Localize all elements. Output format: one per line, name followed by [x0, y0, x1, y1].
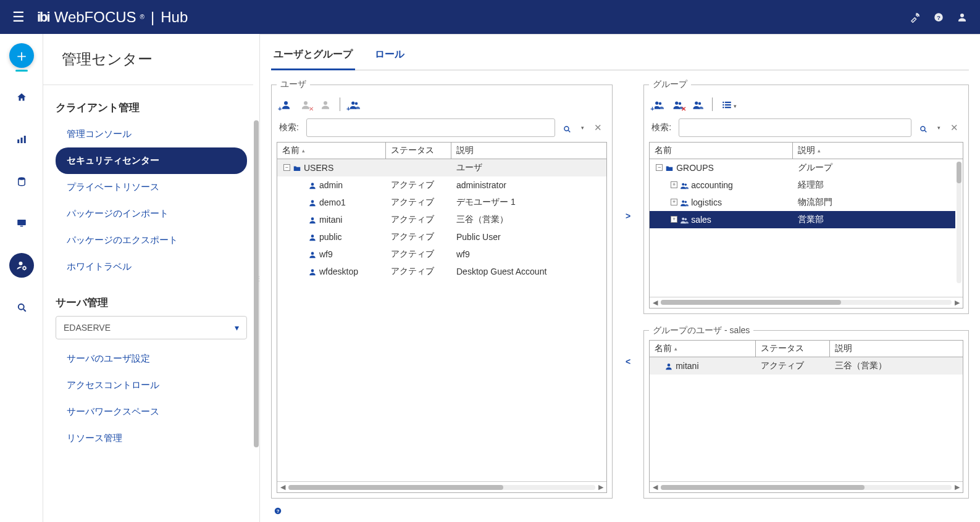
scroll-left-icon[interactable]: ◀	[650, 299, 661, 307]
groups-grid-header: 名前 説明▴	[650, 143, 963, 159]
col-name[interactable]: 名前▴	[650, 341, 756, 357]
rail-data[interactable]	[9, 169, 34, 194]
user-row[interactable]: public アクティブ Public User	[277, 228, 606, 246]
bulk-users-icon[interactable]: +	[349, 98, 360, 111]
nav-package-import[interactable]: パッケージのインポート	[56, 201, 247, 227]
collapse-icon[interactable]: −	[656, 164, 663, 171]
sort-indicator-icon: ▴	[818, 147, 821, 154]
groups-search-label: 検索:	[651, 122, 674, 133]
tools-icon[interactable]	[910, 10, 921, 23]
col-name[interactable]: 名前▴	[277, 143, 386, 159]
footer-help-icon[interactable]: ?	[271, 499, 969, 516]
nav-private-resources[interactable]: プライベートリソース	[56, 174, 247, 201]
users-root-row[interactable]: −USERS ユーザ	[277, 159, 606, 176]
nav-package-export[interactable]: パッケージのエクスポート	[56, 227, 247, 254]
app-logo: ibi WebFOCUS® | Hub	[37, 9, 188, 26]
main-content: ユーザとグループ ロール ユーザ + ✕ + 検索:	[259, 34, 980, 522]
rail-admin[interactable]	[9, 253, 34, 278]
chevron-down-icon: ▾	[235, 323, 239, 333]
rail-search[interactable]	[9, 295, 34, 320]
users-search-input[interactable]	[306, 118, 555, 137]
user-row[interactable]: wf9 アクティブ wf9	[277, 246, 606, 263]
group-icon	[680, 215, 689, 225]
search-icon[interactable]	[560, 122, 574, 133]
col-desc[interactable]: 説明	[830, 341, 963, 357]
unassign-button[interactable]: <	[626, 357, 630, 367]
col-status[interactable]: ステータス	[756, 341, 830, 357]
nav-resource-mgmt[interactable]: リソース管理	[56, 425, 247, 452]
groups-root-row[interactable]: −GROUPS グループ	[650, 159, 955, 176]
groups-vscroll[interactable]	[955, 159, 963, 286]
chevron-down-icon: ▾	[734, 103, 737, 109]
nav-server-user-settings[interactable]: サーバのユーザ設定	[56, 346, 247, 372]
help-icon[interactable]: ?	[933, 10, 944, 23]
tab-roles[interactable]: ロール	[372, 42, 407, 70]
clear-search-icon[interactable]: ✕	[592, 122, 605, 133]
user-row[interactable]: wfdesktop アクティブ Desktop Guest Account	[277, 263, 606, 280]
group-users-legend: グループのユーザ - sales	[649, 325, 753, 336]
col-desc[interactable]: 説明	[451, 143, 606, 159]
list-view-icon[interactable]: ▾	[721, 98, 737, 111]
group-row[interactable]: +accounting 経理部	[650, 176, 955, 194]
group-users-grid: 名前▴ ステータス 説明 mitani アクティブ 三谷（営業）	[649, 340, 963, 493]
add-user-icon[interactable]: +	[280, 98, 291, 111]
group-icon	[680, 180, 689, 190]
rail-home[interactable]	[9, 85, 34, 110]
toolbar-separator	[712, 97, 713, 111]
rail-monitor[interactable]	[9, 211, 34, 236]
group-row-selected[interactable]: +sales 営業部	[650, 211, 955, 228]
expand-icon[interactable]: +	[671, 216, 677, 223]
group-users-hscroll[interactable]: ◀ ▶	[650, 481, 963, 492]
search-icon[interactable]	[916, 122, 930, 133]
server-select-value: EDASERVE	[64, 323, 111, 333]
user-row[interactable]: mitani アクティブ 三谷（営業）	[277, 211, 606, 228]
groups-search-input[interactable]	[679, 118, 911, 137]
group-user-row[interactable]: mitani アクティブ 三谷（営業）	[650, 357, 963, 375]
search-options-caret[interactable]: ▾	[579, 125, 587, 131]
users-search-row: 検索: ▾ ✕	[277, 116, 607, 142]
nav-access-control[interactable]: アクセスコントロール	[56, 372, 247, 399]
server-select[interactable]: EDASERVE ▾	[56, 316, 247, 339]
scroll-right-icon[interactable]: ▶	[595, 483, 606, 491]
icon-rail: ＋	[0, 34, 43, 522]
rail-reports[interactable]	[9, 127, 34, 152]
hamburger-icon[interactable]: ☰	[12, 9, 25, 25]
collapse-icon[interactable]: −	[283, 164, 290, 171]
col-desc[interactable]: 説明▴	[793, 143, 963, 159]
scroll-left-icon[interactable]: ◀	[277, 483, 288, 491]
nav-admin-console[interactable]: 管理コンソール	[56, 121, 247, 147]
expand-icon[interactable]: +	[671, 181, 677, 188]
col-status[interactable]: ステータス	[386, 143, 451, 159]
add-group-icon[interactable]: +	[653, 98, 664, 111]
users-hscroll[interactable]: ◀ ▶	[277, 481, 606, 492]
rail-add-button[interactable]: ＋	[9, 43, 34, 68]
clear-search-icon[interactable]: ✕	[948, 122, 961, 133]
scroll-right-icon[interactable]: ▶	[952, 483, 963, 491]
logo-mark: ibi	[37, 9, 49, 25]
user-row[interactable]: demo1 アクティブ デモユーザー 1	[277, 194, 606, 211]
nav-white-label[interactable]: ホワイトラベル	[56, 254, 247, 280]
col-name[interactable]: 名前	[650, 143, 793, 159]
user-icon	[308, 232, 317, 242]
expand-icon[interactable]: +	[671, 199, 677, 205]
group-icon	[680, 197, 689, 207]
page-title: 管理センター	[43, 34, 253, 85]
delete-group-icon[interactable]: ✕	[672, 98, 684, 111]
tab-users-groups[interactable]: ユーザとグループ	[271, 42, 355, 70]
scroll-left-icon[interactable]: ◀	[650, 483, 661, 491]
edit-group-icon[interactable]	[692, 98, 703, 111]
group-row[interactable]: +logistics 物流部門	[650, 194, 955, 211]
user-menu-icon[interactable]	[957, 10, 968, 23]
brand-suffix: Hub	[161, 9, 188, 26]
groups-hscroll[interactable]: ◀ ▶	[650, 297, 963, 308]
scroll-right-icon[interactable]: ▶	[952, 299, 963, 307]
assign-button[interactable]: >	[626, 211, 630, 221]
user-row[interactable]: admin アクティブ administrator	[277, 176, 606, 194]
group-users-body: mitani アクティブ 三谷（営業）	[650, 357, 963, 481]
group-users-panel: グループのユーザ - sales 名前▴ ステータス 説明 mitani アクテ…	[643, 325, 969, 499]
nav-server-workspace[interactable]: サーバワークスペース	[56, 399, 247, 425]
transfer-column: > <	[619, 79, 637, 499]
nav-security-center[interactable]: セキュリティセンター	[56, 147, 247, 174]
group-users-header: 名前▴ ステータス 説明	[650, 341, 963, 357]
search-options-caret[interactable]: ▾	[935, 125, 943, 131]
